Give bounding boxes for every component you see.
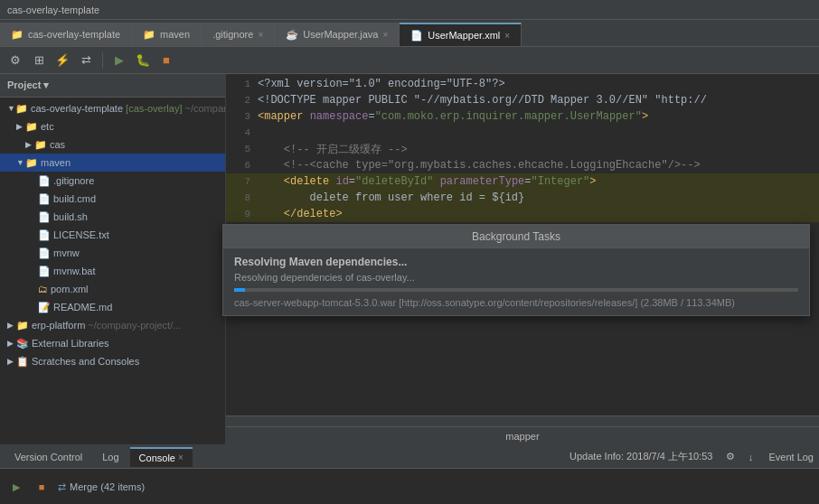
tab-gitignore[interactable]: .gitignore × bbox=[202, 23, 275, 46]
tree-item-build-sh[interactable]: 📄 build.sh bbox=[0, 208, 225, 226]
bottom-panel: Version Control Log Console × Update Inf… bbox=[0, 444, 819, 504]
close-icon[interactable]: × bbox=[258, 30, 263, 40]
expand-icon: ▶ bbox=[7, 339, 16, 348]
merge-item[interactable]: ⇄ Merge (42 items) bbox=[58, 481, 145, 493]
tab-label: UserMapper.java bbox=[303, 29, 378, 40]
structure-btn[interactable]: ⊞ bbox=[29, 51, 49, 70]
toolbar: ⚙ ⊞ ⚡ ⇄ ▶ 🐛 ■ bbox=[0, 47, 819, 74]
file-icon: 📄 bbox=[38, 229, 51, 241]
tree-item-label: etc bbox=[41, 121, 54, 132]
close-icon[interactable]: × bbox=[178, 453, 184, 462]
horizontal-scrollbar[interactable] bbox=[226, 415, 819, 426]
tree-item-license[interactable]: 📄 LICENSE.txt bbox=[0, 226, 225, 244]
tree-item-label: cas bbox=[50, 139, 65, 150]
expand-icon: ▶ bbox=[25, 140, 34, 149]
code-line-6: 6 <!--<cache type="org.mybatis.caches.eh… bbox=[226, 157, 819, 173]
tree-item-label: pom.xml bbox=[51, 284, 89, 294]
expand-icon: ▶ bbox=[16, 122, 25, 131]
tab-label: Log bbox=[102, 452, 118, 462]
file-icon: 📄 bbox=[38, 193, 51, 205]
tree-item-erp[interactable]: ▶ 📁 erp-platform ~/company-project/... bbox=[0, 316, 225, 334]
tab-maven[interactable]: 📁 maven bbox=[132, 23, 202, 46]
tree-item-cas[interactable]: ▶ 📁 cas bbox=[0, 135, 225, 154]
sidebar: Project ▾ ▼ 📁 cas-overlay-template [cas-… bbox=[0, 74, 226, 444]
tree-item-label: build.cmd bbox=[53, 193, 96, 204]
tree-item-label: erp-platform ~/company-project/... bbox=[32, 320, 181, 331]
main-task-label: Resolving Maven dependencies... bbox=[234, 256, 798, 268]
folder-icon: 📁 bbox=[15, 103, 28, 115]
tree-item-gitignore[interactable]: 📄 .gitignore bbox=[0, 172, 225, 190]
close-icon[interactable]: × bbox=[382, 30, 388, 40]
stop-btn[interactable]: ■ bbox=[33, 478, 51, 496]
tab-usermapper-java[interactable]: ☕ UserMapper.java × bbox=[275, 23, 400, 46]
settings-icon[interactable]: ⚙ bbox=[721, 448, 739, 466]
expand-icon: ▶ bbox=[7, 321, 16, 330]
tab-usermapper-xml[interactable]: 📄 UserMapper.xml × bbox=[400, 23, 522, 46]
tree-item-label: LICENSE.txt bbox=[53, 229, 109, 240]
config-btn[interactable]: ⚡ bbox=[52, 51, 72, 70]
code-line-5: 5 <!-- 开启二级缓存 --> bbox=[226, 141, 819, 157]
spacer bbox=[29, 230, 38, 239]
code-line-7: 7 <delete id="deleteById" parameterType=… bbox=[226, 173, 819, 190]
project-tree: ▼ 📁 cas-overlay-template [cas-overlay] ~… bbox=[0, 98, 225, 444]
project-label: Project ▾ bbox=[7, 79, 49, 91]
folder-icon: 📁 bbox=[25, 121, 38, 133]
run-btn[interactable]: ▶ bbox=[109, 51, 129, 70]
code-line-2: 2 <!DOCTYPE mapper PUBLIC "-//mybatis.or… bbox=[226, 92, 819, 108]
progress-bar-fill bbox=[234, 288, 245, 292]
tree-item-label: mvnw bbox=[53, 247, 80, 258]
title-bar-text: cas-overlay-template bbox=[7, 5, 99, 15]
tree-item-root[interactable]: ▼ 📁 cas-overlay-template [cas-overlay] ~… bbox=[0, 99, 225, 117]
tab-label: .gitignore bbox=[212, 29, 253, 40]
bg-tasks-title: Background Tasks bbox=[223, 225, 809, 248]
tree-item-mvnw[interactable]: 📄 mvnw bbox=[0, 244, 225, 262]
update-info: Update Info: 2018/7/4 上午10:53 bbox=[570, 450, 712, 463]
tab-cas-overlay[interactable]: 📁 cas-overlay-template bbox=[0, 23, 132, 46]
file-icon: 📄 bbox=[38, 266, 51, 277]
sidebar-header[interactable]: Project ▾ bbox=[0, 74, 225, 98]
tab-icon: 📁 bbox=[11, 29, 24, 41]
tree-item-scratches[interactable]: ▶ 📋 Scratches and Consoles bbox=[0, 352, 225, 370]
tree-item-mvnw-bat[interactable]: 📄 mvnw.bat bbox=[0, 262, 225, 280]
spacer bbox=[29, 176, 38, 185]
sub-task-label: Resolving dependencies of cas-overlay... bbox=[234, 272, 798, 283]
file-icon: 📝 bbox=[38, 302, 51, 313]
tab-version-control[interactable]: Version Control bbox=[5, 447, 91, 467]
tree-item-maven[interactable]: ▼ 📁 maven bbox=[0, 154, 225, 172]
editor-status-bar: mapper bbox=[226, 426, 819, 444]
tab-icon: 📁 bbox=[143, 29, 155, 41]
tab-label: Console bbox=[139, 453, 175, 463]
expand-icon: ▶ bbox=[7, 357, 16, 366]
tree-item-ext-libs[interactable]: ▶ 📚 External Libraries bbox=[0, 334, 225, 352]
settings-btn[interactable]: ⚙ bbox=[5, 51, 25, 70]
tab-log[interactable]: Log bbox=[93, 447, 127, 467]
merge-icon: ⇄ bbox=[58, 481, 66, 493]
tree-item-label: maven bbox=[41, 157, 71, 168]
tree-item-etc[interactable]: ▶ 📁 etc bbox=[0, 117, 225, 135]
file-icon: 📄 bbox=[38, 211, 51, 223]
tab-label: maven bbox=[160, 29, 190, 40]
background-tasks-dialog: Background Tasks Resolving Maven depende… bbox=[222, 224, 810, 316]
tree-item-readme[interactable]: 📝 README.md bbox=[0, 298, 225, 316]
scratch-icon: 📋 bbox=[16, 356, 29, 368]
download-icon[interactable]: ↓ bbox=[741, 448, 759, 466]
file-icon: 📄 bbox=[38, 175, 51, 187]
debug-btn[interactable]: 🐛 bbox=[133, 51, 153, 70]
tree-item-label: .gitignore bbox=[53, 175, 94, 186]
bottom-content: ▶ ■ ⇄ Merge (42 items) bbox=[0, 469, 819, 504]
close-icon[interactable]: × bbox=[504, 31, 510, 41]
tree-item-build-cmd[interactable]: 📄 build.cmd bbox=[0, 190, 225, 208]
tab-console[interactable]: Console × bbox=[130, 447, 193, 467]
stop-btn[interactable]: ■ bbox=[156, 51, 176, 70]
merge-label: Merge (42 items) bbox=[70, 481, 145, 492]
arrow-btn[interactable]: ⇄ bbox=[76, 51, 96, 70]
event-log-label[interactable]: Event Log bbox=[768, 452, 814, 462]
tree-item-pom[interactable]: 🗂 pom.xml bbox=[0, 280, 225, 298]
tree-item-label: Scratches and Consoles bbox=[32, 356, 139, 367]
play-btn[interactable]: ▶ bbox=[7, 478, 25, 496]
file-icon: 🗂 bbox=[38, 284, 48, 294]
spacer bbox=[29, 303, 38, 312]
spacer bbox=[29, 285, 38, 294]
code-line-8: 8 delete from user where id = ${id} bbox=[226, 190, 819, 206]
tree-item-label: cas-overlay-template [cas-overlay] ~/com… bbox=[31, 103, 225, 114]
